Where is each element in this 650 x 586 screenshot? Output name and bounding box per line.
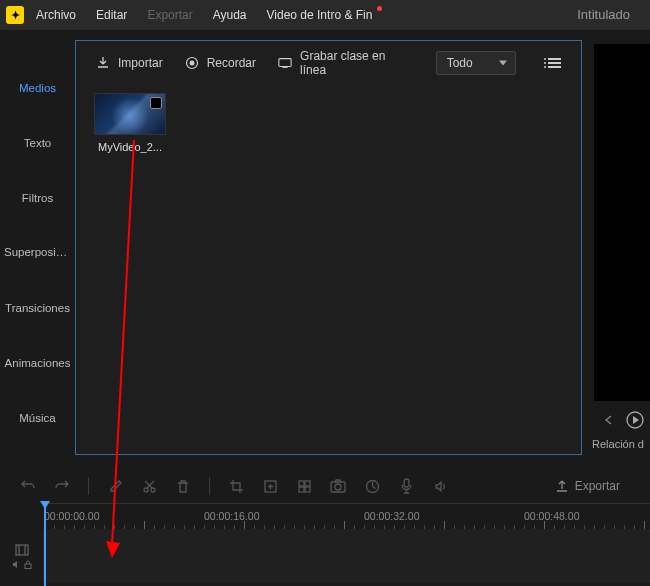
timeline-toolbar: Exportar [0, 469, 650, 503]
svg-rect-8 [305, 481, 310, 486]
media-panel: Importar Recordar Grabar clase en línea … [75, 40, 582, 455]
workspace: Medios Texto Filtros Superposicio... Tra… [0, 40, 650, 455]
svg-point-4 [144, 488, 148, 492]
media-toolbar: Importar Recordar Grabar clase en línea … [76, 41, 581, 85]
import-icon [96, 56, 110, 70]
snapshot-icon[interactable] [330, 478, 346, 494]
record-icon [185, 56, 199, 70]
sidebar: Medios Texto Filtros Superposicio... Tra… [0, 40, 75, 455]
cut-icon[interactable] [141, 478, 157, 494]
clip-thumbnail [94, 93, 166, 135]
svg-point-5 [151, 488, 155, 492]
lock-icon[interactable] [24, 560, 32, 569]
ticks [44, 521, 650, 529]
menu-intro-fin[interactable]: Video de Intro & Fin [259, 4, 381, 26]
track-row[interactable] [44, 529, 650, 583]
import-label: Importar [118, 56, 163, 70]
menu-ayuda[interactable]: Ayuda [205, 4, 255, 26]
screen-record-label: Grabar clase en línea [300, 49, 410, 77]
export-button[interactable]: Exportar [555, 479, 630, 493]
tracks [0, 529, 650, 583]
mosaic-icon[interactable] [296, 478, 312, 494]
edit-icon[interactable] [107, 478, 123, 494]
menu-editar[interactable]: Editar [88, 4, 135, 26]
play-icon[interactable] [626, 411, 644, 432]
timeline-ruler[interactable]: 00:00:00.00 00:00:16.00 00:00:32.00 00:0… [44, 503, 650, 529]
tab-texto[interactable]: Texto [0, 115, 75, 170]
preview-video [594, 44, 650, 401]
list-view-icon[interactable] [544, 56, 561, 70]
record-button[interactable]: Recordar [185, 56, 256, 70]
window-title: Intitulado [577, 7, 630, 22]
svg-rect-16 [25, 564, 31, 569]
screen-record-button[interactable]: Grabar clase en línea [278, 49, 410, 77]
delete-icon[interactable] [175, 478, 191, 494]
svg-rect-15 [16, 545, 28, 555]
app-logo: ✦ [6, 6, 24, 24]
tab-animaciones[interactable]: Animaciones [0, 335, 75, 390]
menu-archivo[interactable]: Archivo [28, 4, 84, 26]
preview-controls: Relación d [590, 405, 650, 455]
add-marker-icon[interactable] [262, 478, 278, 494]
track-header[interactable] [0, 529, 44, 583]
tab-filtros[interactable]: Filtros [0, 170, 75, 225]
voiceover-icon[interactable] [398, 478, 414, 494]
redo-icon[interactable] [54, 478, 70, 494]
timeline[interactable]: 00:00:00.00 00:00:16.00 00:00:32.00 00:0… [0, 503, 650, 586]
audio-icon[interactable] [432, 478, 448, 494]
svg-rect-10 [305, 487, 310, 492]
mute-icon[interactable] [12, 560, 21, 569]
tab-musica[interactable]: Música [0, 390, 75, 445]
svg-rect-7 [299, 481, 304, 486]
import-button[interactable]: Importar [96, 56, 163, 70]
clip-badge-icon [150, 97, 162, 109]
svg-rect-9 [299, 487, 304, 492]
tab-transiciones[interactable]: Transiciones [0, 280, 75, 335]
playhead[interactable] [44, 503, 46, 586]
svg-point-1 [189, 61, 194, 66]
aspect-ratio-label: Relación d [592, 438, 644, 450]
speed-icon[interactable] [364, 478, 380, 494]
clip-name: MyVideo_2... [94, 141, 166, 153]
export-icon [555, 479, 569, 493]
tab-superposicion[interactable]: Superposicio... [0, 225, 75, 280]
crop-icon[interactable] [228, 478, 244, 494]
screen-icon [278, 56, 292, 70]
filter-dropdown[interactable]: Todo [436, 51, 516, 75]
menu-exportar[interactable]: Exportar [139, 4, 200, 26]
record-label: Recordar [207, 56, 256, 70]
media-body: MyVideo_2... [76, 85, 581, 161]
menubar: ✦ Archivo Editar Exportar Ayuda Video de… [0, 0, 650, 30]
video-track-icon [15, 544, 29, 556]
prev-frame-icon[interactable] [602, 413, 616, 430]
separator [88, 477, 89, 495]
svg-point-12 [335, 484, 341, 490]
tab-medios[interactable]: Medios [0, 60, 75, 115]
svg-rect-2 [279, 59, 291, 67]
media-clip[interactable]: MyVideo_2... [94, 93, 166, 153]
undo-icon[interactable] [20, 478, 36, 494]
separator [209, 477, 210, 495]
svg-rect-14 [404, 479, 409, 487]
export-label: Exportar [575, 479, 620, 493]
preview-column: Relación d [590, 40, 650, 455]
